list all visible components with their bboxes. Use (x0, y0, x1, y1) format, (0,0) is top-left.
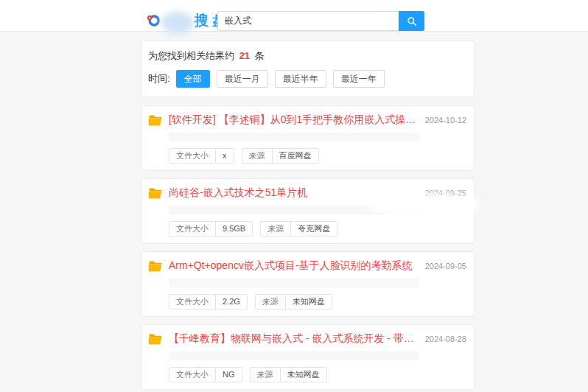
file-size-label: 文件大小 (169, 295, 215, 309)
source-value: 百度网盘 (272, 149, 318, 163)
censored-description (169, 133, 419, 141)
source-tag: 来源 未知网盘 (255, 294, 332, 309)
result-title-link[interactable]: 【千峰教育】物联网与嵌入式 - 嵌入式系统开发 - 带源码课件 (169, 332, 418, 346)
results-list: [软件开发] 【李述铜】从0到1手把手教你用嵌入式操作系统 2024-10-12… (141, 105, 475, 392)
result-card: 【千峰教育】物联网与嵌入式 - 嵌入式系统开发 - 带源码课件 2024-08-… (141, 324, 475, 390)
result-title-link[interactable]: [软件开发] 【李述铜】从0到1手把手教你用嵌入式操作系统 (169, 113, 418, 127)
result-title-link[interactable]: Arm+Qt+opencv嵌入式项目-基于人脸识别的考勤系统 (169, 259, 418, 273)
folder-icon (147, 113, 163, 127)
source-label: 来源 (242, 149, 272, 163)
source-value: 未知网盘 (280, 368, 326, 382)
censored-description (169, 206, 419, 214)
folder-icon (147, 259, 163, 273)
time-filter-option[interactable]: 最近半年 (275, 70, 326, 88)
file-size-tag: 文件大小 9.5GB (169, 221, 253, 237)
file-size-value: 2.2G (215, 295, 247, 309)
folder-icon (147, 186, 163, 200)
source-tag: 来源 百度网盘 (242, 148, 319, 164)
main-area: 为您找到相关结果约 21 条 时间: 全部最近一月最近半年最近一年 [软件开发]… (0, 32, 588, 392)
result-date: 2024-08-28 (425, 335, 466, 343)
summary-prefix: 为您找到相关结果约 (148, 50, 234, 61)
results-count: 21 (239, 50, 250, 61)
file-size-value: 9.5GB (215, 222, 252, 236)
filter-card: 为您找到相关结果约 21 条 时间: 全部最近一月最近半年最近一年 (141, 41, 475, 97)
search-icon (407, 16, 417, 27)
site-header: 搜盘 (0, 0, 588, 32)
file-size-tag: 文件大小 NG (169, 367, 242, 382)
file-size-tag: 文件大小 2.2G (169, 294, 248, 309)
result-date: 2024-09-25 (425, 189, 466, 197)
time-filter-label: 时间: (148, 72, 170, 85)
result-card: 尚硅谷-嵌入式技术之51单片机 2024-09-25 文件大小 9.5GB 来源… (141, 178, 475, 244)
source-value: 夸克网盘 (290, 222, 337, 236)
file-size-tag: 文件大小 x (169, 148, 234, 164)
blurred-brand-text (161, 12, 194, 34)
result-card: Arm+Qt+opencv嵌入式项目-基于人脸识别的考勤系统 2024-09-0… (141, 251, 475, 317)
result-tags: 文件大小 NG 来源 未知网盘 (169, 367, 466, 382)
result-date: 2024-09-05 (425, 262, 466, 270)
source-value: 未知网盘 (285, 295, 332, 309)
search-bar (217, 11, 424, 31)
search-button[interactable] (399, 11, 424, 31)
search-input[interactable] (217, 11, 399, 31)
source-tag: 来源 未知网盘 (250, 367, 327, 382)
summary-suffix: 条 (255, 50, 265, 61)
result-tags: 文件大小 9.5GB 来源 夸克网盘 (169, 221, 466, 237)
result-tags: 文件大小 2.2G 来源 未知网盘 (169, 294, 466, 309)
logo-magnifier-icon (147, 14, 160, 27)
file-size-label: 文件大小 (169, 368, 215, 382)
result-card: [软件开发] 【李述铜】从0到1手把手教你用嵌入式操作系统 2024-10-12… (141, 105, 475, 171)
file-size-label: 文件大小 (169, 222, 215, 236)
time-filter-options: 全部最近一月最近半年最近一年 (176, 70, 391, 88)
result-tags: 文件大小 x 来源 百度网盘 (169, 148, 466, 164)
source-label: 来源 (261, 222, 290, 236)
time-filter: 时间: 全部最近一月最近半年最近一年 (148, 70, 465, 88)
file-size-value: x (215, 149, 234, 163)
result-title-link[interactable]: 尚硅谷-嵌入式技术之51单片机 (169, 186, 418, 200)
censored-description (169, 351, 419, 360)
censored-description (169, 279, 419, 287)
results-summary: 为您找到相关结果约 21 条 (148, 49, 465, 63)
file-size-label: 文件大小 (169, 149, 215, 163)
time-filter-option[interactable]: 全部 (176, 70, 210, 88)
result-date: 2024-10-12 (425, 116, 466, 125)
source-tag: 来源 夸克网盘 (260, 221, 337, 237)
time-filter-option[interactable]: 最近一月 (217, 70, 268, 88)
time-filter-option[interactable]: 最近一年 (333, 70, 385, 88)
folder-icon (147, 332, 163, 346)
file-size-value: NG (215, 368, 242, 382)
source-label: 来源 (256, 295, 285, 309)
source-label: 来源 (251, 368, 280, 382)
